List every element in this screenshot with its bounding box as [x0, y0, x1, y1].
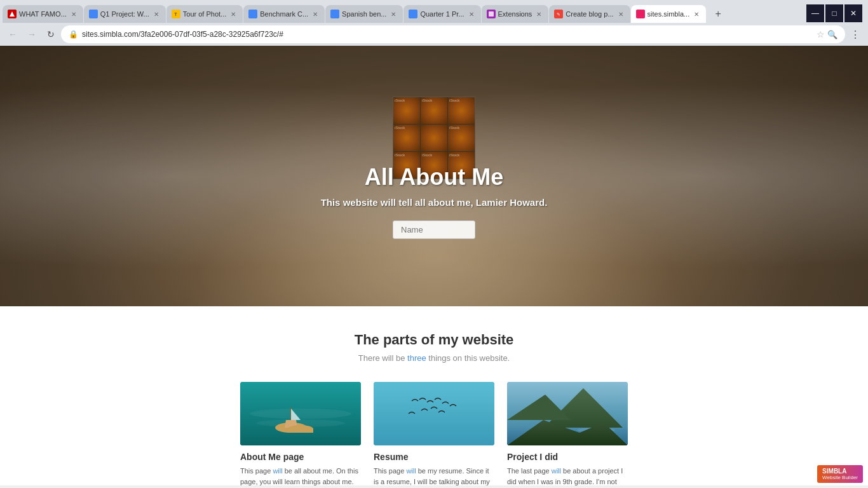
bookmark-icon[interactable]: ☆ — [817, 29, 825, 39]
card-resume-title: Resume — [374, 452, 494, 462]
tab-2-close[interactable]: ✕ — [152, 10, 161, 18]
svg-rect-18 — [507, 428, 628, 445]
card-about-me-image — [240, 382, 361, 445]
tab-6-close[interactable]: ✕ — [467, 10, 476, 18]
tab-5-close[interactable]: ✕ — [389, 10, 398, 18]
tab-4[interactable]: Benchmark C... ✕ — [243, 5, 325, 23]
url-text: sites.simbla.com/3fa2e006-07df-03f5-a28c… — [82, 30, 813, 39]
card-about-me-title: About Me page — [240, 452, 361, 462]
hero-section: iStock iStock iStock iStock iStock iStoc… — [0, 46, 868, 306]
tab-8-title: Create blog p... — [566, 10, 613, 18]
card-resume-desc: This page will be my resume. Since it is… — [374, 466, 494, 485]
tab-bar: WHAT FAMO... ✕ Q1 Project: W... ✕ T Tour… — [0, 0, 868, 23]
close-button[interactable]: ✕ — [844, 4, 862, 22]
tab-5[interactable]: Spanish ben... ✕ — [325, 5, 403, 23]
hero-subtitle: This website will tell all about me, Lam… — [321, 197, 548, 208]
maximize-button[interactable]: □ — [825, 4, 843, 22]
svg-point-19 — [577, 428, 615, 433]
svg-marker-0 — [10, 11, 15, 17]
card-about-me-desc: This page will be all about me. On this … — [240, 466, 361, 485]
tab-9-title: sites.simbla... — [648, 10, 690, 18]
section-subtitle: There will be three things on this websi… — [13, 353, 855, 363]
tab-1-favicon — [8, 10, 17, 18]
tab-3[interactable]: T Tour of Phot... ✕ — [166, 5, 243, 23]
tab-2-title: Q1 Project: W... — [100, 10, 149, 18]
main-content-section: The parts of my website There will be th… — [0, 306, 868, 485]
card-about-me: About Me page This page will be all abou… — [240, 382, 361, 485]
svg-rect-14 — [374, 382, 494, 445]
tab-6-favicon — [409, 10, 417, 18]
tab-7-close[interactable]: ✕ — [534, 10, 543, 18]
tab-3-title: Tour of Phot... — [183, 10, 226, 18]
hero-content: All About Me This website will tell all … — [321, 164, 548, 239]
svg-text:✎: ✎ — [557, 12, 560, 17]
svg-marker-11 — [285, 420, 297, 428]
tab-8-favicon: ✎ — [554, 10, 563, 18]
svg-point-9 — [256, 419, 345, 427]
ssl-lock-icon: 🔒 — [69, 30, 78, 39]
tab-7[interactable]: Extensions ✕ — [482, 5, 549, 23]
tab-9[interactable]: sites.simbla... ✕ — [631, 5, 707, 23]
card-project-image — [507, 382, 628, 445]
reload-button[interactable]: ↻ — [42, 25, 60, 43]
search-icon[interactable]: 🔍 — [827, 30, 837, 39]
highlight-three: three — [407, 353, 426, 363]
tab-6-title: Quarter 1 Pr... — [420, 10, 464, 18]
tab-4-close[interactable]: ✕ — [311, 10, 320, 18]
svg-point-6 — [638, 11, 643, 17]
new-tab-button[interactable]: + — [709, 5, 727, 23]
hero-name-input[interactable] — [393, 220, 475, 239]
tab-1[interactable]: WHAT FAMO... ✕ — [3, 5, 83, 23]
tab-7-favicon — [487, 10, 496, 18]
simbla-logo-text: SIMBLA — [822, 468, 846, 475]
basketball-cell-6: iStock — [448, 125, 475, 151]
svg-text:T: T — [174, 11, 177, 17]
tab-3-favicon: T — [172, 10, 180, 18]
tab-6[interactable]: Quarter 1 Pr... ✕ — [403, 5, 480, 23]
card-project-title: Project I did — [507, 452, 628, 462]
basketball-cell-1: iStock — [393, 97, 420, 124]
card-project-desc: The last page will be about a project I … — [507, 466, 628, 485]
tab-4-favicon — [248, 10, 257, 18]
tab-8-close[interactable]: ✕ — [616, 10, 625, 18]
tab-4-title: Benchmark C... — [260, 10, 308, 18]
svg-rect-3 — [489, 11, 494, 17]
card-resume: Resume This page will be my resume. Sinc… — [374, 382, 494, 485]
basketball-cell-2: iStock — [421, 97, 447, 124]
hero-title: All About Me — [321, 164, 548, 191]
basketball-cell-4: iStock — [393, 125, 420, 151]
tab-8[interactable]: ✎ Create blog p... ✕ — [549, 5, 630, 23]
simbla-tagline: Website Builder — [822, 475, 858, 480]
section-title: The parts of my website — [13, 332, 855, 348]
svg-point-8 — [250, 409, 351, 419]
tab-2-favicon — [89, 10, 98, 18]
basketball-cell-3: iStock — [448, 97, 475, 124]
tab-7-title: Extensions — [498, 10, 532, 18]
card-resume-image — [374, 382, 494, 445]
tab-5-title: Spanish ben... — [342, 10, 386, 18]
minimize-button[interactable]: — — [806, 4, 824, 22]
chrome-menu-button[interactable]: ⋮ — [846, 25, 864, 43]
tab-9-favicon — [636, 10, 645, 18]
address-bar-row: ← → ↻ 🔒 sites.simbla.com/3fa2e006-07df-0… — [0, 23, 868, 46]
cards-row: About Me page This page will be all abou… — [243, 382, 625, 485]
tab-1-title: WHAT FAMO... — [19, 10, 67, 18]
back-button[interactable]: ← — [4, 25, 22, 43]
card-project: Project I did The last page will be abou… — [507, 382, 628, 485]
simbla-badge: SIMBLA Website Builder — [817, 465, 863, 483]
basketball-cell-5 — [421, 125, 447, 151]
tab-1-close[interactable]: ✕ — [69, 10, 78, 18]
page-content: iStock iStock iStock iStock iStock iStoc… — [0, 46, 868, 485]
tab-3-close[interactable]: ✕ — [229, 10, 238, 18]
tab-5-favicon — [330, 10, 339, 18]
tab-9-close[interactable]: ✕ — [692, 10, 701, 18]
forward-button[interactable]: → — [23, 25, 41, 43]
browser-chrome: WHAT FAMO... ✕ Q1 Project: W... ✕ T Tour… — [0, 0, 868, 46]
tab-2[interactable]: Q1 Project: W... ✕ — [84, 5, 166, 23]
url-bar[interactable]: 🔒 sites.simbla.com/3fa2e006-07df-03f5-a2… — [61, 25, 845, 43]
